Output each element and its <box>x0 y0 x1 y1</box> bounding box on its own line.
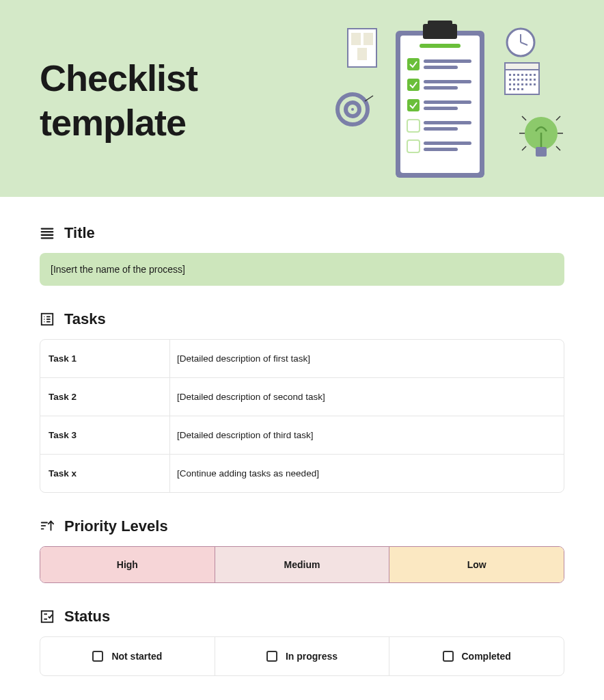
svg-rect-41 <box>513 79 515 81</box>
svg-rect-22 <box>363 33 373 45</box>
svg-point-26 <box>351 108 354 111</box>
title-placeholder: [Insert the name of the process] <box>51 264 185 275</box>
svg-line-61 <box>522 116 526 120</box>
status-label: Completed <box>462 651 511 662</box>
priority-low[interactable]: Low <box>389 547 564 582</box>
svg-rect-18 <box>424 142 471 145</box>
svg-rect-38 <box>530 74 532 76</box>
svg-rect-3 <box>428 21 452 29</box>
svg-rect-16 <box>424 127 458 131</box>
title-line-1: Checklist <box>40 57 197 98</box>
svg-line-65 <box>522 146 526 150</box>
svg-rect-13 <box>424 107 458 110</box>
svg-rect-40 <box>509 79 511 81</box>
table-row[interactable]: Task 3 [Detailed description of third ta… <box>40 416 564 455</box>
svg-rect-8 <box>407 79 420 91</box>
task-name: Task 2 <box>40 378 170 416</box>
svg-rect-5 <box>407 58 420 70</box>
svg-rect-43 <box>521 79 523 81</box>
svg-rect-34 <box>513 74 515 76</box>
svg-rect-44 <box>525 79 527 81</box>
section-heading: Title <box>64 224 95 242</box>
svg-rect-15 <box>424 121 471 124</box>
svg-rect-48 <box>513 83 515 85</box>
section-header-title: Title <box>40 224 564 242</box>
section-header-tasks: Tasks <box>40 310 564 328</box>
checkbox-icon <box>266 651 277 662</box>
list-box-icon <box>40 312 55 327</box>
checkbox-icon <box>443 651 454 662</box>
svg-rect-11 <box>407 99 420 111</box>
svg-rect-55 <box>513 88 515 90</box>
sort-up-icon <box>40 519 55 534</box>
task-desc: [Detailed description of third task] <box>170 416 564 454</box>
svg-rect-46 <box>534 79 536 81</box>
priority-label: Low <box>467 559 486 570</box>
priority-medium[interactable]: Medium <box>215 547 390 582</box>
checkbox-icon <box>92 651 103 662</box>
lines-icon <box>40 226 55 241</box>
svg-rect-32 <box>505 63 539 70</box>
svg-rect-39 <box>534 74 536 76</box>
svg-rect-19 <box>424 148 458 151</box>
svg-rect-42 <box>517 79 519 81</box>
svg-rect-23 <box>357 48 367 60</box>
hero-banner: Checklist template <box>0 0 604 197</box>
task-desc: [Detailed description of first task] <box>170 340 564 377</box>
svg-rect-47 <box>509 83 511 85</box>
task-name: Task 3 <box>40 416 170 454</box>
svg-rect-37 <box>525 74 527 76</box>
svg-line-66 <box>556 146 560 150</box>
status-label: In progress <box>286 651 338 662</box>
status-options: Not started In progress Completed <box>40 636 564 676</box>
svg-rect-54 <box>509 88 511 90</box>
tasks-table: Task 1 [Detailed description of first ta… <box>40 339 564 493</box>
svg-rect-56 <box>517 88 519 90</box>
svg-rect-33 <box>509 74 511 76</box>
status-label: Not started <box>111 651 162 662</box>
svg-rect-35 <box>517 74 519 76</box>
section-heading: Tasks <box>64 310 106 328</box>
svg-line-27 <box>365 96 373 101</box>
svg-rect-36 <box>521 74 523 76</box>
priority-label: Medium <box>284 559 320 570</box>
svg-rect-50 <box>521 83 523 85</box>
table-row[interactable]: Task 1 [Detailed description of first ta… <box>40 340 564 378</box>
priority-label: High <box>117 559 138 570</box>
section-heading: Priority Levels <box>64 517 168 535</box>
check-box-icon <box>40 609 55 624</box>
svg-rect-59 <box>536 147 547 157</box>
section-heading: Status <box>64 608 110 625</box>
svg-rect-4 <box>420 44 461 48</box>
section-header-priority: Priority Levels <box>40 517 564 535</box>
svg-rect-51 <box>525 83 527 85</box>
priority-high[interactable]: High <box>40 547 215 582</box>
title-line-2: template <box>40 102 186 143</box>
table-row[interactable]: Task 2 [Detailed description of second t… <box>40 378 564 416</box>
svg-rect-10 <box>424 86 458 90</box>
svg-rect-49 <box>517 83 519 85</box>
status-completed[interactable]: Completed <box>389 637 564 675</box>
priority-levels: High Medium Low <box>40 546 564 583</box>
status-not-started[interactable]: Not started <box>40 637 215 675</box>
status-in-progress[interactable]: In progress <box>215 637 390 675</box>
svg-rect-12 <box>424 100 471 104</box>
task-desc: [Continue adding tasks as needed] <box>170 455 564 492</box>
svg-rect-6 <box>424 59 471 63</box>
task-name: Task 1 <box>40 340 170 377</box>
page-title: Checklist template <box>40 56 197 145</box>
title-input-box[interactable]: [Insert the name of the process] <box>40 253 564 286</box>
task-name: Task x <box>40 455 170 492</box>
task-desc: [Detailed description of second task] <box>170 378 564 416</box>
svg-line-62 <box>556 116 560 120</box>
svg-rect-21 <box>351 33 361 45</box>
svg-rect-7 <box>424 66 458 69</box>
table-row[interactable]: Task x [Continue adding tasks as needed] <box>40 455 564 492</box>
hero-illustration <box>324 21 570 185</box>
svg-rect-45 <box>530 79 532 81</box>
svg-rect-57 <box>521 88 523 90</box>
section-header-status: Status <box>40 608 564 625</box>
svg-rect-52 <box>530 83 532 85</box>
svg-rect-53 <box>534 83 536 85</box>
svg-rect-9 <box>424 80 471 83</box>
